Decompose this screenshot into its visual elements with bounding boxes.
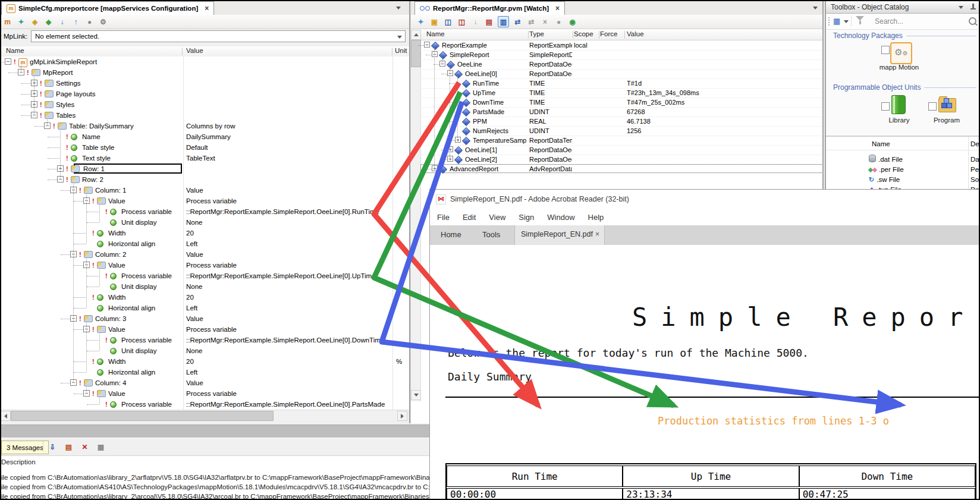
tree-row[interactable]: −!Column: 2Value	[0, 249, 410, 260]
watch-force[interactable]	[600, 50, 624, 59]
watch-value[interactable]	[627, 40, 823, 50]
watch-row[interactable]: +AdvancedReportAdvReportData	[420, 164, 824, 174]
tree-row[interactable]: −!Column: 3Value	[0, 313, 410, 324]
toolbar-compass-icon[interactable]: ◈	[30, 17, 40, 27]
splitter-bar[interactable]	[0, 424, 429, 438]
watch-value[interactable]	[627, 155, 823, 164]
toolbar-mapp-icon[interactable]: m	[2, 17, 12, 27]
tree-row[interactable]: !Width20	[0, 292, 410, 303]
expand-collapse-icon[interactable]: −	[447, 70, 453, 76]
watch-row[interactable]: −ReportExampleReportExampleTlocal	[420, 40, 824, 51]
col-value[interactable]: Value	[186, 47, 203, 54]
col-unit[interactable]: Unit	[395, 47, 407, 54]
menu-window[interactable]: Window	[547, 213, 574, 222]
watch-value[interactable]	[627, 59, 823, 69]
watch-value[interactable]	[627, 145, 823, 155]
watch-force[interactable]	[600, 155, 624, 164]
tree-item-value[interactable]: Default	[186, 142, 391, 153]
tree-item-value[interactable]: Process variable	[186, 260, 391, 271]
tree-item-value[interactable]: None	[186, 217, 391, 228]
tree-row[interactable]: !Process variable::ReportMgr:ReportExamp…	[0, 399, 410, 410]
watch-force[interactable]	[600, 78, 624, 88]
tree-item-value[interactable]	[186, 89, 391, 99]
tree-row[interactable]: −!MpReport	[0, 67, 410, 78]
tree-row[interactable]: !NameDailySummary	[0, 131, 410, 142]
catalog-item[interactable]: .per FilePer	[869, 165, 979, 174]
tree-row[interactable]: Horizontal alignLeft	[0, 367, 410, 378]
tree-row[interactable]: −!ValueProcess variable	[0, 196, 410, 206]
tree-item-value[interactable]	[186, 56, 391, 67]
tree-row[interactable]: +!Styles	[0, 99, 410, 110]
watch-force[interactable]	[600, 164, 624, 174]
catalog-item[interactable]: ↻.sw FileSof	[869, 175, 979, 184]
tree-item-value[interactable]: TableText	[186, 153, 391, 163]
tree-item-value[interactable]: ::ReportMgr:ReportExample.SimpleReport.O…	[186, 206, 391, 217]
watch-row[interactable]: −OeeLineReportDataOee	[420, 59, 824, 70]
watch-value[interactable]: 1256	[627, 126, 823, 136]
tab-tools[interactable]: Tools	[482, 230, 500, 239]
menu-edit[interactable]: Edit	[463, 213, 476, 222]
tree-row[interactable]: −!ValueProcess variable	[0, 260, 410, 271]
watch-row[interactable]: −OeeLine[0]ReportDataOee	[420, 69, 824, 79]
tab-messages[interactable]: 3 Messages	[1, 441, 49, 454]
tree-item-value[interactable]: Columns by row	[186, 121, 391, 131]
menu-sign[interactable]: Sign	[519, 213, 534, 222]
expand-collapse-icon[interactable]: −	[439, 61, 445, 67]
tree-row[interactable]: −!Tables	[0, 110, 410, 121]
watch-row[interactable]: +OeeLine[2]ReportDataOee	[420, 155, 824, 165]
messages-header[interactable]: Description	[1, 458, 36, 466]
tree-row[interactable]: !Process variable::ReportMgr:ReportExamp…	[0, 271, 410, 281]
expand-collapse-icon[interactable]: −	[424, 42, 430, 48]
toolbar-wand-icon[interactable]: ✦	[16, 17, 26, 27]
watch-value[interactable]: T#1d	[627, 78, 823, 88]
tree-row[interactable]: −!Row: 2	[0, 174, 410, 185]
tree-item-value[interactable]: None	[186, 345, 391, 356]
tree-row[interactable]: !Width20	[0, 228, 410, 238]
toolbar-sort-za-icon[interactable]: ↑	[71, 17, 81, 27]
tree-row[interactable]: !Table styleDefault	[0, 142, 410, 153]
tree-item-value[interactable]	[186, 78, 391, 89]
watch-force[interactable]	[600, 145, 624, 155]
tree-row[interactable]: !Process variable::ReportMgr:ReportExamp…	[0, 335, 410, 345]
watch-row[interactable]: −SimpleReportSimpleReportDa	[420, 50, 824, 60]
toolbar-sort-az-icon[interactable]: ↓	[57, 17, 67, 27]
watch-row[interactable]: PartsMadeUDINT67268	[420, 107, 824, 117]
tree-item-value[interactable]: DailySummary	[186, 131, 391, 142]
toolbar-gems-icon[interactable]: ◆	[43, 17, 54, 27]
toolbar-clear-filter-icon[interactable]: ✕	[80, 442, 90, 452]
watch-row[interactable]: PPMREAL46.7138	[420, 117, 824, 127]
tree-item-value[interactable]	[186, 163, 391, 174]
expand-collapse-icon[interactable]: −	[432, 51, 438, 57]
tree-row[interactable]: !Process variable::ReportMgr:ReportExamp…	[0, 206, 410, 217]
watch-value[interactable]: 67268	[627, 107, 823, 117]
toolbar-new-message-icon[interactable]: ▦	[96, 442, 106, 452]
watch-value[interactable]: T#23h_13m_34s_098ms	[627, 88, 823, 98]
close-icon[interactable]: ×	[595, 230, 599, 238]
tree-row[interactable]: −!ValueProcess variable	[0, 388, 410, 399]
tree-item-value[interactable]	[186, 174, 391, 185]
tree-row[interactable]: Unit displayNone	[0, 345, 410, 356]
tree-item-value[interactable]	[186, 99, 391, 110]
tree-item-value[interactable]: Value	[186, 313, 391, 324]
tree-item-value[interactable]: Process variable	[186, 196, 391, 206]
message-line[interactable]: ile copied from C:\BrAutomation\as\libra…	[1, 473, 429, 482]
watch-row[interactable]: +TemperatureSampleReportDataTem	[420, 136, 824, 146]
tree-item-value[interactable]: ::ReportMgr:ReportExample.SimpleReport.O…	[186, 335, 391, 345]
tree-row[interactable]: −!Column: 1Value	[0, 185, 410, 196]
hscroll-thumb[interactable]	[11, 411, 274, 421]
watch-force[interactable]	[600, 88, 624, 98]
tree-row[interactable]: +!Settings	[0, 78, 410, 89]
tree-row[interactable]: −!mgMpLinkSimpleReport	[0, 56, 410, 67]
watch-force[interactable]	[600, 107, 624, 117]
watch-value[interactable]	[627, 136, 823, 145]
watch-value[interactable]: 46.7138	[627, 117, 823, 126]
tree-item-value[interactable]: 20	[186, 356, 391, 367]
watch-row[interactable]: UpTimeTIMET#23h_13m_34s_098ms	[420, 88, 824, 98]
tree-item-value[interactable]: 20	[186, 292, 391, 303]
tree-row[interactable]: −!Column: 4Value	[0, 378, 410, 388]
expand-expand-icon[interactable]: +	[455, 137, 461, 143]
watch-value[interactable]	[627, 164, 823, 174]
tree-item-value[interactable]: Left	[186, 367, 391, 378]
tree-item-value[interactable]: Left	[186, 303, 391, 313]
menu-view[interactable]: View	[489, 213, 505, 222]
